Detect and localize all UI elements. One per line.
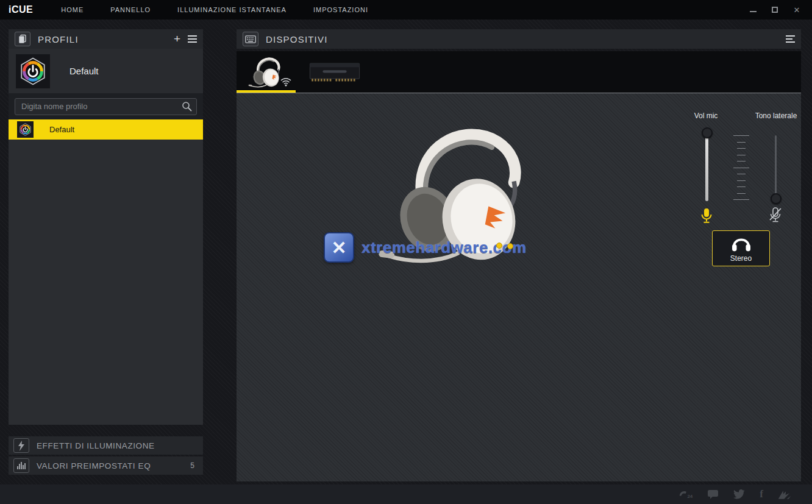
tick-mark xyxy=(737,186,746,187)
stereo-button-label: Stereo xyxy=(730,254,752,263)
twitter-icon[interactable] xyxy=(733,489,745,499)
profile-search-input[interactable] xyxy=(15,98,197,115)
device-tabstrip xyxy=(237,51,801,93)
device-tab-memory[interactable] xyxy=(304,51,365,93)
profile-item-name: Default xyxy=(49,125,74,134)
memory-thumbnail xyxy=(309,60,360,84)
current-profile: Default xyxy=(9,49,203,93)
profile-item-avatar xyxy=(17,121,34,138)
profiles-menu-icon[interactable] xyxy=(188,35,197,43)
equalizer-icon xyxy=(13,458,29,473)
stereo-mode-button[interactable]: Stereo xyxy=(712,230,770,266)
tick-mark xyxy=(733,135,749,136)
eq-presets-count: 5 xyxy=(190,461,194,470)
footer-bar: 24 f xyxy=(0,484,812,504)
mic-volume-slider[interactable] xyxy=(705,133,708,201)
watermark-dot xyxy=(507,243,513,249)
mic-volume-label: Vol mic xyxy=(678,112,733,120)
mic-on-icon[interactable] xyxy=(700,208,713,226)
tick-mark xyxy=(733,168,749,168)
device-canvas: ✕ xtremehardware.com Vol mic Tono latera… xyxy=(237,93,801,481)
watermark: ✕ xtremehardware.com xyxy=(324,232,527,263)
eq-presets-section[interactable]: VALORI PREIMPOSTATI EQ 5 xyxy=(9,456,203,475)
keyboard-icon xyxy=(243,32,258,46)
nav-home[interactable]: HOME xyxy=(61,6,84,13)
devices-title: DISPOSITIVI xyxy=(266,34,328,44)
tick-mark xyxy=(737,193,746,194)
search-icon xyxy=(182,101,192,114)
watermark-text: xtremehardware.com xyxy=(361,238,527,257)
nav-settings[interactable]: IMPOSTAZIONI xyxy=(313,6,368,13)
nav-instant-lighting[interactable]: ILLUMINAZIONE ISTANTANEA xyxy=(177,6,287,13)
eq-presets-label: VALORI PREIMPOSTATI EQ xyxy=(37,461,151,470)
tick-mark xyxy=(737,155,746,155)
lightning-icon xyxy=(13,438,29,453)
close-button[interactable]: ✕ xyxy=(792,5,801,14)
sidetone-slider[interactable] xyxy=(775,135,777,199)
profiles-header: PROFILI + xyxy=(9,29,203,49)
maximize-button[interactable] xyxy=(771,5,779,14)
lighting-effects-section[interactable]: EFFETTI DI ILLUMINAZIONE xyxy=(9,436,203,455)
title-bar: iCUE HOME PANNELLO ILLUMINAZIONE ISTANTA… xyxy=(0,0,812,20)
wireless-icon xyxy=(280,77,292,89)
main-nav: HOME PANNELLO ILLUMINAZIONE ISTANTANEA I… xyxy=(61,6,368,13)
lighting-effects-label: EFFETTI DI ILLUMINAZIONE xyxy=(37,441,155,450)
watermark-dot xyxy=(496,243,502,249)
support-24h-icon[interactable]: 24 xyxy=(678,489,693,499)
tick-mark xyxy=(737,180,746,181)
nav-dashboard[interactable]: PANNELLO xyxy=(110,6,151,13)
mic-volume-thumb[interactable] xyxy=(702,127,713,138)
current-profile-name: Default xyxy=(69,66,99,76)
icue-logo-text: iCUE xyxy=(9,4,33,15)
tick-mark xyxy=(737,148,746,149)
device-tab-headset[interactable] xyxy=(237,51,296,93)
corsair-logo-icon[interactable] xyxy=(778,489,791,500)
profiles-panel: PROFILI + Default Default xyxy=(9,29,203,425)
profile-search-row xyxy=(9,93,203,119)
profile-list-empty-area xyxy=(9,140,203,425)
devices-menu-icon[interactable] xyxy=(786,35,795,43)
devices-header: DISPOSITIVI xyxy=(237,29,801,49)
current-profile-avatar xyxy=(16,54,50,88)
chat-icon[interactable] xyxy=(707,489,719,499)
tick-mark xyxy=(737,161,746,161)
facebook-icon[interactable]: f xyxy=(760,488,763,500)
level-tick-scale xyxy=(725,135,757,200)
profiles-icon xyxy=(15,32,30,46)
tick-mark xyxy=(733,199,749,200)
profiles-title: PROFILI xyxy=(38,34,79,44)
mic-muted-icon[interactable] xyxy=(768,207,783,225)
sidetone-label: Tono laterale xyxy=(736,112,812,120)
minimize-icon xyxy=(750,11,757,12)
tick-mark xyxy=(737,142,746,143)
tick-mark xyxy=(737,174,746,174)
profile-list-item-default[interactable]: Default xyxy=(9,119,203,140)
sidetone-thumb[interactable] xyxy=(771,193,782,204)
minimize-button[interactable] xyxy=(749,5,757,14)
maximize-icon xyxy=(772,7,778,13)
headphones-icon xyxy=(729,234,753,252)
watermark-x-icon: ✕ xyxy=(324,232,354,263)
add-profile-button[interactable]: + xyxy=(174,35,180,43)
